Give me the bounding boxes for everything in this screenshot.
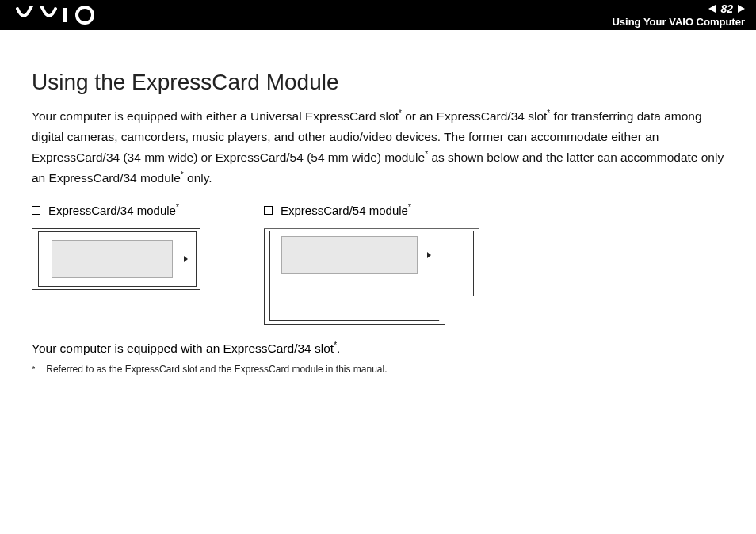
vaio-logo (16, 6, 103, 25)
intro-paragraph: Your computer is equipped with either a … (32, 106, 724, 189)
expresscard-54-figure (264, 228, 478, 323)
footnote-star: * (408, 203, 411, 212)
footnote-text: Referred to as the ExpressCard slot and … (46, 364, 387, 375)
expresscard-34-slot (38, 231, 197, 287)
page-content: Using the ExpressCard Module Your comput… (0, 30, 756, 375)
module-34-name: ExpressCard/34 module (48, 204, 176, 217)
intro-text-2: or an ExpressCard/34 slot (402, 109, 548, 123)
square-bullet-icon (32, 206, 40, 215)
module-54-column: ExpressCard/54 module* (264, 203, 478, 323)
expresscard-34-card (52, 240, 173, 278)
intro-text-1: Your computer is equipped with either a … (32, 109, 399, 123)
footnote-star: * (176, 203, 179, 212)
equip-text-1: Your computer is equipped with an Expres… (32, 341, 334, 355)
footnote-line: * Referred to as the ExpressCard slot an… (32, 364, 724, 375)
insert-arrow-icon (184, 256, 188, 262)
module-34-label: ExpressCard/34 module* (32, 203, 200, 217)
equipped-line: Your computer is equipped with an Expres… (32, 341, 724, 356)
module-54-label: ExpressCard/54 module* (264, 203, 478, 217)
page-number: 82 (720, 2, 733, 15)
insert-arrow-icon (427, 252, 431, 258)
footnote-marker: * (32, 364, 35, 374)
expresscard-34-figure (32, 228, 200, 290)
module-54-name: ExpressCard/54 module (281, 204, 408, 217)
section-title: Using Your VAIO Computer (612, 16, 745, 28)
module-figures: ExpressCard/34 module* ExpressCard/54 mo… (32, 203, 724, 323)
intro-text-5: only. (184, 171, 212, 185)
page-indicator: 82 Using Your VAIO Computer (612, 2, 745, 28)
page-title: Using the ExpressCard Module (32, 70, 724, 95)
svg-rect-0 (63, 8, 67, 22)
prev-page-arrow-icon[interactable] (708, 5, 716, 13)
equip-text-2: . (337, 341, 340, 355)
expresscard-54-card (281, 236, 418, 274)
next-page-arrow-icon[interactable] (738, 5, 745, 13)
module-34-column: ExpressCard/34 module* (32, 203, 200, 323)
topbar: 82 Using Your VAIO Computer (0, 0, 756, 30)
svg-point-1 (77, 7, 93, 23)
square-bullet-icon (264, 206, 273, 215)
